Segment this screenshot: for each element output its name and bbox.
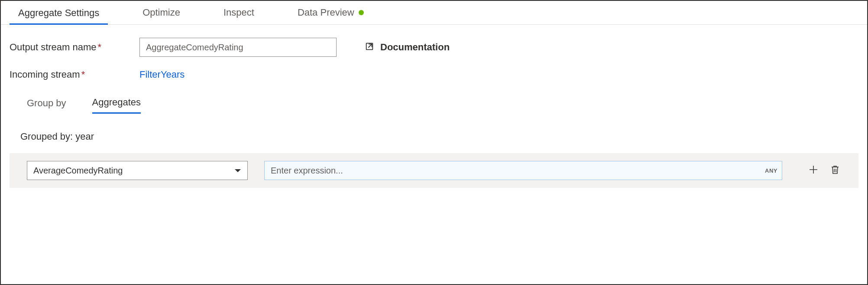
sub-tab-group-by[interactable]: Group by	[27, 93, 66, 113]
incoming-stream-value[interactable]: FilterYears	[139, 69, 185, 80]
tab-optimize[interactable]: Optimize	[134, 1, 189, 24]
open-external-icon	[365, 42, 374, 53]
form-area: Output stream name* Documentation Incomi…	[1, 25, 867, 197]
top-tab-strip: Aggregate Settings Optimize Inspect Data…	[1, 1, 867, 25]
tab-label: Optimize	[143, 7, 180, 18]
output-stream-input[interactable]	[139, 38, 337, 57]
tab-inspect[interactable]: Inspect	[215, 1, 263, 24]
sub-tab-aggregates[interactable]: Aggregates	[92, 92, 141, 114]
grouped-by-text: Grouped by: year	[20, 131, 858, 142]
sub-tab-strip: Group by Aggregates	[27, 92, 858, 114]
tab-data-preview[interactable]: Data Preview	[289, 1, 372, 24]
status-dot-icon	[359, 10, 364, 15]
sub-tab-label: Group by	[27, 98, 66, 108]
expression-placeholder: Enter expression...	[271, 166, 343, 176]
documentation-link[interactable]: Documentation	[365, 42, 450, 53]
row-actions	[807, 164, 841, 177]
tab-label: Aggregate Settings	[18, 7, 99, 19]
output-stream-label: Output stream name*	[10, 42, 139, 53]
trash-icon	[830, 164, 840, 177]
add-button[interactable]	[807, 164, 819, 177]
documentation-text: Documentation	[380, 42, 450, 53]
output-stream-row: Output stream name* Documentation	[10, 38, 858, 57]
sub-tab-label: Aggregates	[92, 97, 141, 108]
plus-icon	[808, 164, 819, 177]
label-text: Output stream name	[10, 42, 97, 52]
required-asterisk-icon: *	[81, 69, 85, 80]
chevron-down-icon	[234, 166, 241, 175]
incoming-stream-row: Incoming stream* FilterYears	[10, 69, 858, 80]
delete-button[interactable]	[829, 164, 841, 177]
incoming-stream-label: Incoming stream*	[10, 69, 139, 80]
tab-label: Inspect	[223, 7, 254, 18]
label-text: Incoming stream	[10, 69, 80, 80]
expression-input[interactable]: Enter expression... ANY	[264, 161, 782, 180]
tab-aggregate-settings[interactable]: Aggregate Settings	[10, 1, 108, 25]
aggregate-row: AverageComedyRating Enter expression... …	[10, 153, 858, 188]
column-select-value: AverageComedyRating	[33, 166, 123, 176]
required-asterisk-icon: *	[98, 42, 102, 52]
tab-label: Data Preview	[298, 7, 354, 18]
column-select[interactable]: AverageComedyRating	[27, 161, 248, 180]
type-badge: ANY	[765, 167, 777, 174]
